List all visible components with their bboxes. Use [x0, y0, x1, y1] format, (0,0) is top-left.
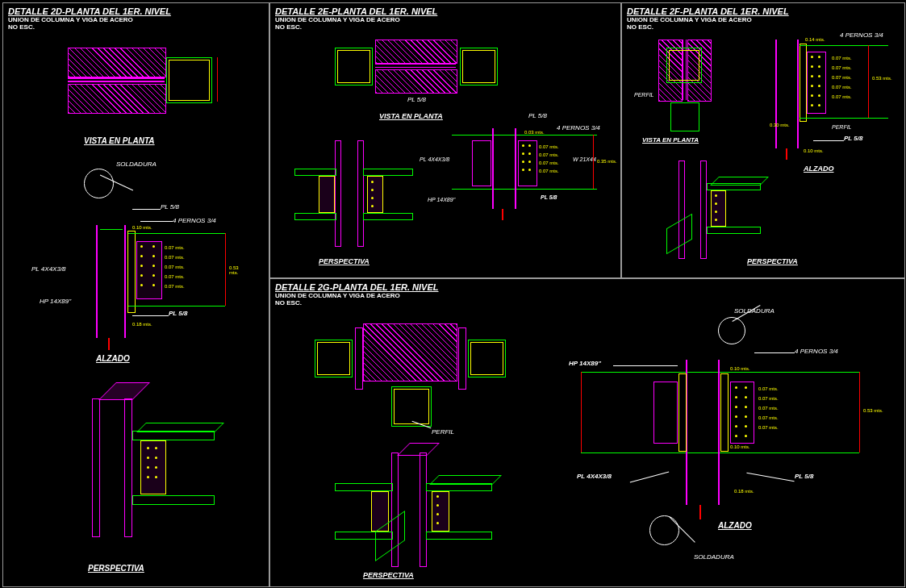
panel-2f: DETALLE 2F-PLANTA DEL 1ER. NIVEL UNION D…	[621, 2, 905, 278]
dim-2d-c: 0.07 mts.	[165, 255, 185, 260]
pernos-2g: 4 PERNOS 3/4	[795, 348, 838, 355]
subtitle-2d-2: NO ESC.	[3, 23, 269, 31]
title-2d: DETALLE 2D-PLANTA DEL 1ER. NIVEL	[3, 3, 269, 16]
panel-2d: DETALLE 2D-PLANTA DEL 1ER. NIVEL UNION D…	[2, 2, 269, 587]
label-persp-2f: PERSPECTIVA	[747, 257, 798, 265]
pernos-2e: 4 PERNOS 3/4	[557, 124, 600, 131]
pl58b-lbl-2d: PL 5/8	[169, 310, 187, 317]
dim-2g-018: 0.18 mts.	[734, 489, 754, 494]
subtitle-2e-1: UNION DE COLUMNA Y VIGA DE ACERO	[270, 16, 620, 23]
subtitle-2g-2: NO ESC.	[270, 299, 904, 307]
perspectiva-2g	[335, 452, 504, 573]
pl58-lbl-2d: PL 5/8	[161, 203, 179, 211]
alzado-2d: SOLDADURA PL 5/8 4 PERNOS 3/4 PL 4X4X3/8…	[52, 165, 245, 350]
dim-2d-e: 0.07 mts.	[165, 274, 185, 279]
dim-2e-b: 0.07 mts.	[539, 144, 559, 149]
subtitle-2d-1: UNION DE COLUMNA Y VIGA DE ACERO	[3, 16, 269, 23]
alzado-2f: 4 PERNOS 3/4 0.14 mts. 0.07 mts. 0.07 mt…	[755, 35, 900, 161]
label-alzado-2f: ALZADO	[804, 165, 834, 173]
pl4x4-lbl-2d: PL 4X4X3/8	[31, 265, 66, 273]
planta-2f: PERFIL	[634, 40, 739, 136]
planta-2g: PERFIL	[315, 323, 524, 436]
subtitle-2f-2: NO ESC.	[622, 23, 904, 31]
label-alzado-2g: ALZADO	[718, 521, 752, 530]
perfil-2f: PERFIL	[634, 92, 654, 98]
dim-2e-e: 0.07 mts.	[539, 169, 559, 173]
dim-2d-g: 0.18 mts.	[132, 322, 152, 327]
planta-2d	[68, 48, 221, 124]
dim-2e-f: 0.35 mts.	[597, 159, 617, 164]
dim-2d-a: 0.10 mts.	[132, 225, 152, 230]
dim-2f-c: 0.07 mts.	[832, 75, 852, 80]
title-2g: DETALLE 2G-PLANTA DEL 1ER. NIVEL	[270, 279, 904, 292]
perspectiva-2d	[60, 390, 221, 552]
dim-2g-top: 0.10 mts.	[730, 366, 750, 371]
alzado-2e: PL 5/8 4 PERNOS 3/4 PL 4X4X3/8 HP 14X89"…	[452, 120, 617, 225]
hp-2e: HP 14X89"	[428, 197, 455, 202]
dim-2f-e: 0.07 mts.	[832, 94, 852, 99]
dim-2e-d: 0.07 mts.	[539, 161, 559, 165]
dim-2g-d: 0.07 mts.	[758, 415, 779, 420]
label-persp-2g: PERSPECTIVA	[363, 571, 414, 579]
pl58-2f: PL 5/8	[844, 135, 862, 142]
dim-2f-b: 0.07 mts.	[832, 65, 852, 70]
dim-2d-b: 0.07 mts.	[165, 245, 185, 250]
label-planta-2e: VISTA EN PLANTA	[379, 112, 443, 120]
dim-2e-c: 0.07 mts.	[539, 152, 559, 157]
hp-lbl-2d: HP 14X89"	[40, 298, 71, 305]
perspectiva-2f	[650, 161, 771, 265]
subtitle-2g-1: UNION DE COLUMNA Y VIGA DE ACERO	[270, 292, 904, 299]
pernos-2f: 4 PERNOS 3/4	[840, 31, 883, 39]
pl58-2e-plan: PL 5/8	[407, 96, 426, 103]
label-alzado-2d: ALZADO	[96, 354, 130, 363]
pl58b-2e: PL 5/8	[541, 194, 557, 200]
hp-2g: HP 14X89"	[569, 360, 601, 367]
pl58-2g: PL 5/8	[795, 473, 813, 480]
pl4x4-2g: PL 4X4X3/8	[577, 473, 612, 480]
panel-2g: DETALLE 2G-PLANTA DEL 1ER. NIVEL UNION D…	[269, 278, 905, 587]
panel-2e: DETALLE 2E-PLANTA DEL 1ER. NIVEL UNION D…	[269, 2, 621, 278]
planta-2e: PL 5/8	[335, 40, 512, 104]
dim-2f-bot: 0.30 mts.	[770, 123, 790, 127]
soldadura-lbl: SOLDADURA	[116, 161, 157, 168]
dim-2g-tot: 0.53 mts.	[863, 408, 883, 413]
dim-2d-f: 0.07 mts.	[165, 284, 185, 289]
perfil-2g: PERFIL	[432, 428, 454, 436]
pernos-lbl-2d: 4 PERNOS 3/4	[173, 217, 216, 224]
pl58-2e-top: PL 5/8	[528, 112, 547, 119]
label-planta-2d: VISTA EN PLANTA	[84, 136, 155, 145]
pl4x4-2e: PL 4X4X3/8	[420, 156, 449, 162]
perspectiva-2e	[294, 140, 424, 253]
dim-2g-b: 0.07 mts.	[758, 396, 779, 401]
subtitle-2e-2: NO ESC.	[270, 23, 620, 31]
dim-2g-c: 0.07 mts.	[758, 406, 779, 411]
title-2f: DETALLE 2F-PLANTA DEL 1ER. NIVEL	[622, 3, 904, 16]
dim-2f-a: 0.07 mts.	[832, 56, 852, 60]
label-persp-2d: PERSPECTIVA	[88, 564, 144, 573]
perfil-2f-alz: PERFIL	[832, 124, 852, 130]
dim-2g-e: 0.07 mts.	[758, 425, 779, 430]
dim-2f-bot2: 0.10 mts.	[804, 148, 824, 153]
label-persp-2e: PERSPECTIVA	[319, 257, 369, 265]
dim-2f-tot: 0.53 mts.	[872, 76, 892, 81]
dim-2g-bot: 0.10 mts.	[730, 444, 750, 449]
label-planta-2f: VISTA EN PLANTA	[642, 136, 699, 144]
dim-2d-d: 0.07 mts.	[165, 265, 185, 269]
dim-2e-a: 0.03 mts.	[524, 130, 545, 135]
soldadura-2g-bot: SOLDADURA	[694, 553, 734, 561]
title-2e: DETALLE 2E-PLANTA DEL 1ER. NIVEL	[270, 3, 620, 16]
dim-2d-h: 0.53 mts.	[229, 265, 245, 275]
dim-2f-d: 0.07 mts.	[832, 85, 852, 90]
dim-2g-a: 0.07 mts.	[758, 386, 779, 391]
alzado-2g: SOLDADURA 4 PERNOS 3/4 HP 14X89" 0.10 mt…	[561, 315, 883, 573]
subtitle-2f-1: UNION DE COLUMNA Y VIGA DE ACERO	[622, 16, 904, 23]
dim-2f-t: 0.14 mts.	[805, 37, 825, 42]
